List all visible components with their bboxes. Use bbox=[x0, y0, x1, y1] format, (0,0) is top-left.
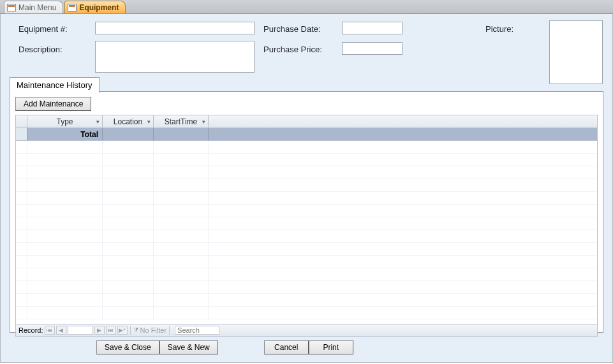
save-close-button[interactable]: Save & Close bbox=[96, 340, 159, 354]
cancel-button[interactable]: Cancel bbox=[264, 340, 309, 354]
purchase-price-label: Purchase Price: bbox=[263, 45, 322, 54]
total-label-cell: Total bbox=[27, 128, 103, 140]
nav-prev-button[interactable]: ◀ bbox=[56, 326, 66, 335]
form-icon bbox=[7, 4, 16, 11]
tab-equipment-label: Equipment bbox=[79, 3, 119, 12]
grid-row-selector[interactable] bbox=[16, 128, 27, 140]
nav-new-button[interactable]: ▶* bbox=[117, 326, 128, 335]
print-button[interactable]: Print bbox=[309, 340, 353, 354]
chevron-down-icon[interactable]: ▾ bbox=[147, 119, 151, 125]
grid-selector-header[interactable] bbox=[16, 115, 27, 127]
equipment-num-input[interactable] bbox=[95, 22, 255, 34]
window-tab-strip: Main Menu Equipment bbox=[0, 0, 613, 14]
equipment-form: Equipment #: Description: Purchase Date:… bbox=[0, 14, 613, 363]
grid-header: Type ▾ Location ▾ StartTime ▾ bbox=[16, 115, 597, 128]
maintenance-grid: Type ▾ Location ▾ StartTime ▾ Total bbox=[15, 115, 598, 324]
col-blank bbox=[209, 115, 597, 127]
col-type[interactable]: Type ▾ bbox=[27, 115, 103, 127]
purchase-price-input[interactable] bbox=[342, 42, 403, 55]
nav-last-button[interactable]: ⏭ bbox=[106, 326, 116, 335]
form-buttons: Save & Close Save & New Cancel Print bbox=[1, 340, 612, 354]
description-input[interactable] bbox=[95, 41, 255, 73]
record-label: Record: bbox=[18, 326, 43, 334]
description-label: Description: bbox=[18, 45, 63, 54]
record-search-input[interactable] bbox=[175, 326, 219, 335]
grid-body[interactable] bbox=[16, 141, 597, 323]
no-filter-indicator[interactable]: ⧩ No Filter bbox=[133, 326, 167, 334]
tab-maintenance-history-label: Maintenance History bbox=[17, 80, 92, 90]
tab-equipment[interactable]: Equipment bbox=[64, 1, 126, 13]
col-location[interactable]: Location ▾ bbox=[103, 115, 154, 127]
total-starttime-cell bbox=[154, 128, 209, 140]
purchase-date-label: Purchase Date: bbox=[263, 24, 321, 34]
filter-icon: ⧩ bbox=[133, 326, 138, 334]
record-navigator: Record: ⏮ ◀ ▶ ⏭ ▶* ⧩ No Filter bbox=[15, 324, 598, 337]
purchase-date-input[interactable] bbox=[342, 22, 403, 34]
tab-main-menu[interactable]: Main Menu bbox=[4, 1, 63, 13]
chevron-down-icon[interactable]: ▾ bbox=[96, 119, 100, 125]
tab-main-menu-label: Main Menu bbox=[18, 3, 56, 12]
tab-maintenance-history[interactable]: Maintenance History bbox=[10, 77, 100, 93]
nav-record-box[interactable] bbox=[68, 326, 93, 335]
maintenance-subform: Add Maintenance Type ▾ Location ▾ StartT… bbox=[10, 91, 603, 333]
save-new-button[interactable]: Save & New bbox=[159, 340, 218, 354]
header-fields: Equipment #: Description: Purchase Date:… bbox=[10, 20, 603, 78]
picture-box[interactable] bbox=[549, 20, 603, 84]
picture-label: Picture: bbox=[485, 24, 513, 34]
nav-first-button[interactable]: ⏮ bbox=[45, 326, 55, 335]
form-icon bbox=[68, 4, 77, 11]
nav-next-button[interactable]: ▶ bbox=[94, 326, 105, 335]
col-start-time[interactable]: StartTime ▾ bbox=[154, 115, 209, 127]
grid-total-row: Total bbox=[16, 128, 597, 141]
chevron-down-icon[interactable]: ▾ bbox=[202, 119, 205, 125]
add-maintenance-button[interactable]: Add Maintenance bbox=[15, 97, 91, 111]
equipment-num-label: Equipment #: bbox=[18, 24, 68, 34]
subform-tab-strip: Maintenance History bbox=[10, 76, 603, 92]
total-location-cell bbox=[103, 128, 154, 140]
